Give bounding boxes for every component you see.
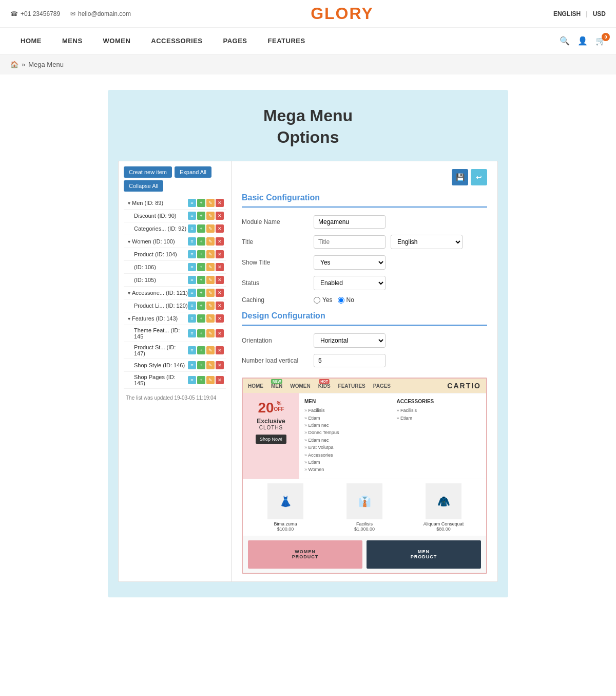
tree-edit-btn[interactable]: ✎ (206, 212, 215, 220)
tree-label-features[interactable]: Features (ID: 143) (132, 315, 188, 322)
tree-move-btn[interactable]: ≡ (188, 199, 196, 207)
tree-move-btn[interactable]: ≡ (188, 346, 196, 354)
tree-label-product104[interactable]: Product (ID: 104) (134, 251, 188, 257)
tree-add-btn[interactable]: + (197, 224, 205, 233)
tree-add-btn[interactable]: + (197, 302, 205, 310)
tree-label-categories[interactable]: Categories... (ID: 92) (134, 225, 188, 232)
tree-delete-btn[interactable]: ✕ (216, 212, 224, 220)
tree-delete-btn[interactable]: ✕ (216, 302, 224, 310)
tree-add-btn[interactable]: + (197, 329, 205, 337)
back-button[interactable]: ↩ (471, 169, 487, 185)
tree-edit-btn[interactable]: ✎ (206, 346, 215, 354)
breadcrumb-home-icon[interactable]: 🏠 (10, 61, 18, 68)
caching-yes-label[interactable]: Yes (314, 296, 333, 304)
tree-label-productst[interactable]: Product St... (ID: 147) (134, 344, 188, 356)
tree-delete-btn[interactable]: ✕ (216, 329, 224, 337)
tree-add-btn[interactable]: + (197, 199, 205, 207)
tree-edit-btn[interactable]: ✎ (206, 276, 215, 284)
account-button[interactable]: 👤 (578, 36, 588, 46)
cart-button[interactable]: 🛒 0 (595, 36, 606, 46)
tree-edit-btn[interactable]: ✎ (206, 263, 215, 271)
tree-label-men[interactable]: Men (ID: 89) (132, 200, 188, 206)
tree-edit-btn[interactable]: ✎ (206, 250, 215, 258)
caching-no-label[interactable]: No (338, 296, 354, 304)
tree-delete-btn[interactable]: ✕ (216, 346, 224, 354)
tree-add-btn[interactable]: + (197, 376, 205, 384)
tree-add-btn[interactable]: + (197, 361, 205, 369)
tree-add-btn[interactable]: + (197, 250, 205, 258)
orientation-select[interactable]: Horizontal Vertical (314, 333, 386, 348)
tree-move-btn[interactable]: ≡ (188, 224, 196, 233)
tree-delete-btn[interactable]: ✕ (216, 289, 224, 297)
tree-add-btn[interactable]: + (197, 346, 205, 354)
tree-label-women[interactable]: Women (ID: 100) (132, 238, 188, 244)
tree-toggle-men[interactable]: ▾ (128, 200, 130, 206)
tree-delete-btn[interactable]: ✕ (216, 224, 224, 233)
tree-edit-btn[interactable]: ✎ (206, 376, 215, 384)
tree-edit-btn[interactable]: ✎ (206, 199, 215, 207)
nav-mens[interactable]: MENS (52, 28, 93, 54)
tree-move-btn[interactable]: ≡ (188, 237, 196, 246)
currency-selector[interactable]: USD (593, 10, 606, 17)
title-lang-select[interactable]: English (391, 235, 463, 249)
caching-yes-radio[interactable] (314, 297, 320, 304)
tree-edit-btn[interactable]: ✎ (206, 237, 215, 246)
title-input[interactable] (314, 235, 386, 249)
save-button[interactable]: 💾 (452, 169, 468, 185)
tree-move-btn[interactable]: ≡ (188, 250, 196, 258)
nav-home[interactable]: HOME (10, 28, 52, 54)
tree-toggle-accessories[interactable]: ▾ (128, 290, 130, 296)
language-selector[interactable]: ENGLISH (553, 10, 581, 17)
tree-add-btn[interactable]: + (197, 276, 205, 284)
create-new-button[interactable]: Creat new item (124, 166, 172, 178)
nav-pages[interactable]: PAGES (213, 28, 257, 54)
tree-move-btn[interactable]: ≡ (188, 314, 196, 323)
tree-label-themefeat[interactable]: Theme Feat... (ID: 145 (134, 327, 188, 340)
tree-move-btn[interactable]: ≡ (188, 212, 196, 220)
tree-add-btn[interactable]: + (197, 289, 205, 297)
module-name-input[interactable] (314, 215, 386, 229)
tree-label-id105[interactable]: (ID: 105) (134, 277, 188, 283)
tree-edit-btn[interactable]: ✎ (206, 314, 215, 323)
status-select[interactable]: Enabled Disabled (314, 276, 386, 290)
expand-all-button[interactable]: Expand All (175, 166, 211, 178)
tree-move-btn[interactable]: ≡ (188, 276, 196, 284)
caching-no-radio[interactable] (338, 297, 344, 304)
tree-add-btn[interactable]: + (197, 212, 205, 220)
tree-delete-btn[interactable]: ✕ (216, 250, 224, 258)
tree-label-shoppages[interactable]: Shop Pages (ID: 145) (134, 374, 188, 386)
tree-toggle-features[interactable]: ▾ (128, 316, 130, 322)
tree-delete-btn[interactable]: ✕ (216, 314, 224, 323)
tree-edit-btn[interactable]: ✎ (206, 302, 215, 310)
tree-toggle-women[interactable]: ▾ (128, 239, 130, 244)
site-logo[interactable]: GLORY (311, 4, 374, 23)
tree-add-btn[interactable]: + (197, 314, 205, 323)
nav-features[interactable]: FEATURES (258, 28, 316, 54)
collapse-all-button[interactable]: Collapse All (124, 180, 163, 192)
tree-delete-btn[interactable]: ✕ (216, 276, 224, 284)
tree-move-btn[interactable]: ≡ (188, 329, 196, 337)
tree-move-btn[interactable]: ≡ (188, 289, 196, 297)
tree-move-btn[interactable]: ≡ (188, 376, 196, 384)
tree-add-btn[interactable]: + (197, 237, 205, 246)
nav-women[interactable]: WOMEN (93, 28, 141, 54)
show-title-select[interactable]: Yes No (314, 255, 386, 270)
tree-move-btn[interactable]: ≡ (188, 361, 196, 369)
tree-label-shopstyle[interactable]: Shop Style (ID: 146) (134, 362, 188, 368)
tree-edit-btn[interactable]: ✎ (206, 361, 215, 369)
preview-shop-btn[interactable]: Shop Now! (256, 435, 286, 444)
tree-add-btn[interactable]: + (197, 263, 205, 271)
tree-delete-btn[interactable]: ✕ (216, 263, 224, 271)
tree-move-btn[interactable]: ≡ (188, 263, 196, 271)
search-button[interactable]: 🔍 (560, 36, 570, 46)
tree-delete-btn[interactable]: ✕ (216, 237, 224, 246)
tree-label-discount[interactable]: Discount (ID: 90) (134, 213, 188, 219)
nav-accessories[interactable]: ACCESSORIES (141, 28, 213, 54)
tree-delete-btn[interactable]: ✕ (216, 361, 224, 369)
tree-label-id106[interactable]: (ID: 106) (134, 264, 188, 270)
tree-edit-btn[interactable]: ✎ (206, 289, 215, 297)
tree-move-btn[interactable]: ≡ (188, 302, 196, 310)
tree-label-productli120[interactable]: Product Li... (ID: 120) (134, 303, 188, 309)
tree-edit-btn[interactable]: ✎ (206, 329, 215, 337)
tree-label-accessories[interactable]: Accessorie... (ID: 121) (132, 290, 188, 296)
